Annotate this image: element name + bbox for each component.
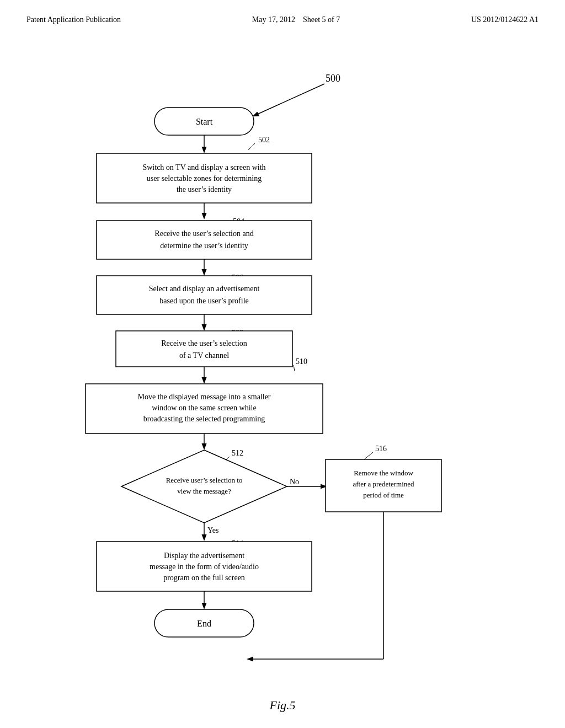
svg-text:based upon the user’s profile: based upon the user’s profile bbox=[159, 297, 248, 305]
svg-marker-31 bbox=[121, 450, 287, 523]
svg-text:view the message?: view the message? bbox=[177, 487, 231, 495]
svg-text:Receive the user’s selection: Receive the user’s selection bbox=[161, 339, 247, 347]
svg-text:window on the same screen whil: window on the same screen while bbox=[152, 404, 256, 412]
svg-rect-20 bbox=[116, 331, 292, 367]
svg-text:Switch on TV and display a scr: Switch on TV and display a screen with bbox=[142, 163, 265, 172]
step-id-516: 516 bbox=[375, 445, 387, 453]
svg-text:Display the advertisement: Display the advertisement bbox=[164, 552, 244, 560]
svg-text:after a predetermined: after a predetermined bbox=[353, 480, 414, 488]
svg-text:Receive user’s selection to: Receive user’s selection to bbox=[166, 476, 243, 484]
svg-line-23 bbox=[294, 365, 295, 371]
step-id-512: 512 bbox=[232, 449, 243, 457]
svg-text:Select and display an advertis: Select and display an advertisement bbox=[149, 285, 260, 293]
header-center: May 17, 2012 Sheet 5 of 7 bbox=[252, 15, 340, 24]
no-label: No bbox=[290, 478, 299, 486]
svg-rect-10 bbox=[97, 221, 312, 259]
figure-label: Fig.5 bbox=[269, 698, 295, 713]
flowchart-svg: 500 Start 502 Switch on TV and display a… bbox=[0, 55, 565, 706]
svg-text:Remove the window: Remove the window bbox=[354, 469, 413, 477]
svg-text:Receive the user’s selection a: Receive the user’s selection and bbox=[154, 229, 253, 238]
svg-line-2 bbox=[248, 143, 255, 150]
svg-text:broadcasting the selected prog: broadcasting the selected programming bbox=[143, 415, 265, 423]
svg-line-35 bbox=[364, 452, 373, 459]
flowchart-diagram: 500 Start 502 Switch on TV and display a… bbox=[0, 55, 565, 706]
step-id-510: 510 bbox=[296, 357, 307, 366]
svg-text:period of time: period of time bbox=[363, 491, 404, 499]
header-left: Patent Application Publication bbox=[26, 15, 121, 24]
header-right: US 2012/0124622 A1 bbox=[471, 15, 539, 24]
svg-text:user selectable zones for dete: user selectable zones for determining bbox=[147, 174, 262, 183]
start-label: Start bbox=[196, 117, 213, 126]
end-label: End bbox=[197, 619, 211, 628]
svg-rect-15 bbox=[97, 276, 312, 314]
step-id-502: 502 bbox=[258, 136, 270, 144]
svg-text:of a TV channel: of a TV channel bbox=[179, 351, 229, 360]
page-header: Patent Application Publication May 17, 2… bbox=[0, 0, 565, 24]
diagram-title-label: 500 bbox=[326, 73, 340, 84]
svg-text:message in the form of video/a: message in the form of video/audio bbox=[150, 563, 259, 571]
svg-text:Move the displayed message int: Move the displayed message into a smalle… bbox=[137, 393, 270, 401]
yes-label: Yes bbox=[207, 526, 218, 534]
svg-line-0 bbox=[254, 84, 324, 116]
svg-text:program on the full screen: program on the full screen bbox=[163, 574, 245, 582]
svg-text:the user’s identity: the user’s identity bbox=[177, 185, 232, 194]
svg-text:determine the user’s identity: determine the user’s identity bbox=[160, 242, 248, 250]
